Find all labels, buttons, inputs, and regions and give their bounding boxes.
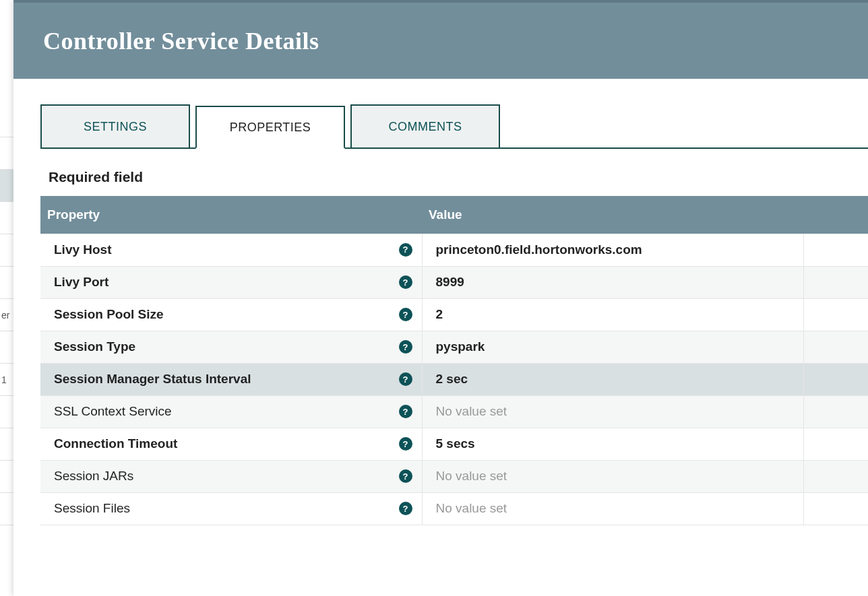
dialog-title: Controller Service Details (43, 27, 319, 55)
table-row[interactable]: Session Pool Size?2 (40, 298, 868, 331)
help-icon[interactable]: ? (399, 275, 412, 289)
property-name-cell: Session Manager Status Interval? (40, 363, 422, 395)
column-header-value: Value (422, 196, 803, 234)
table-row[interactable]: Session Type?pyspark (40, 331, 868, 363)
property-action-cell (803, 363, 868, 395)
tab-settings[interactable]: SETTINGS (40, 104, 190, 147)
table-row[interactable]: Session JARs?No value set (40, 460, 868, 492)
property-name-cell: Livy Host? (40, 234, 422, 266)
property-name: Session Type (54, 339, 135, 354)
help-icon[interactable]: ? (399, 243, 412, 257)
property-value-cell[interactable]: 2 sec (422, 363, 803, 395)
dialog-header: Controller Service Details (13, 0, 868, 79)
help-icon[interactable]: ? (399, 372, 412, 386)
property-name: SSL Context Service (54, 404, 172, 418)
table-row[interactable]: Livy Port?8999 (40, 266, 868, 298)
property-action-cell (803, 428, 868, 460)
table-row[interactable]: Session Files?No value set (40, 492, 868, 525)
tab-comments[interactable]: COMMENTS (350, 104, 500, 147)
dialog-body: SETTINGS PROPERTIES COMMENTS Required fi… (13, 79, 868, 525)
property-action-cell (803, 266, 868, 298)
backdrop-fragment: 1 (0, 364, 13, 396)
property-name: Livy Host (54, 242, 112, 257)
table-row[interactable]: SSL Context Service?No value set (40, 395, 868, 428)
help-icon[interactable]: ? (399, 308, 412, 321)
properties-table: Property Value Livy Host?princeton0.fiel… (40, 196, 868, 525)
help-icon[interactable]: ? (399, 502, 412, 515)
help-icon[interactable]: ? (399, 405, 412, 418)
property-name: Session Pool Size (54, 307, 164, 321)
property-name: Session Files (54, 501, 130, 515)
property-name-cell: Connection Timeout? (40, 428, 422, 460)
property-value-cell[interactable]: princeton0.field.hortonworks.com (422, 234, 803, 266)
property-value-cell[interactable]: No value set (422, 395, 803, 428)
property-name-cell: Session Files? (40, 492, 422, 525)
property-action-cell (803, 331, 868, 363)
property-value-cell[interactable]: No value set (422, 460, 803, 492)
background-content: er 1 (0, 0, 13, 596)
table-row[interactable]: Livy Host?princeton0.field.hortonworks.c… (40, 234, 868, 266)
property-name: Session JARs (54, 469, 133, 483)
property-action-cell (803, 460, 868, 492)
table-row[interactable]: Connection Timeout?5 secs (40, 428, 868, 460)
column-header-actions (803, 196, 868, 234)
help-icon[interactable]: ? (399, 469, 412, 483)
help-icon[interactable]: ? (399, 437, 412, 451)
property-action-cell (803, 298, 868, 331)
tab-properties[interactable]: PROPERTIES (195, 106, 345, 149)
property-name-cell: Session JARs? (40, 460, 422, 492)
property-action-cell (803, 234, 868, 266)
property-name-cell: SSL Context Service? (40, 395, 422, 428)
column-header-property: Property (40, 196, 422, 234)
table-row[interactable]: Session Manager Status Interval?2 sec (40, 363, 868, 395)
property-value-cell[interactable]: 8999 (422, 266, 803, 298)
property-value-cell[interactable]: pyspark (422, 331, 803, 363)
property-value-cell[interactable]: No value set (422, 492, 803, 525)
help-icon[interactable]: ? (399, 340, 412, 354)
property-action-cell (803, 492, 868, 525)
controller-service-details-dialog: Controller Service Details SETTINGS PROP… (13, 0, 868, 596)
property-name-cell: Session Pool Size? (40, 298, 422, 331)
tabs: SETTINGS PROPERTIES COMMENTS (40, 104, 868, 149)
required-field-label: Required field (49, 169, 868, 185)
property-name: Livy Port (54, 275, 108, 289)
property-name-cell: Session Type? (40, 331, 422, 363)
property-name: Connection Timeout (54, 436, 177, 451)
property-name-cell: Livy Port? (40, 266, 422, 298)
property-value-cell[interactable]: 5 secs (422, 428, 803, 460)
property-action-cell (803, 395, 868, 428)
property-name: Session Manager Status Interval (54, 372, 251, 386)
backdrop-fragment: er (0, 299, 13, 331)
property-value-cell[interactable]: 2 (422, 298, 803, 331)
